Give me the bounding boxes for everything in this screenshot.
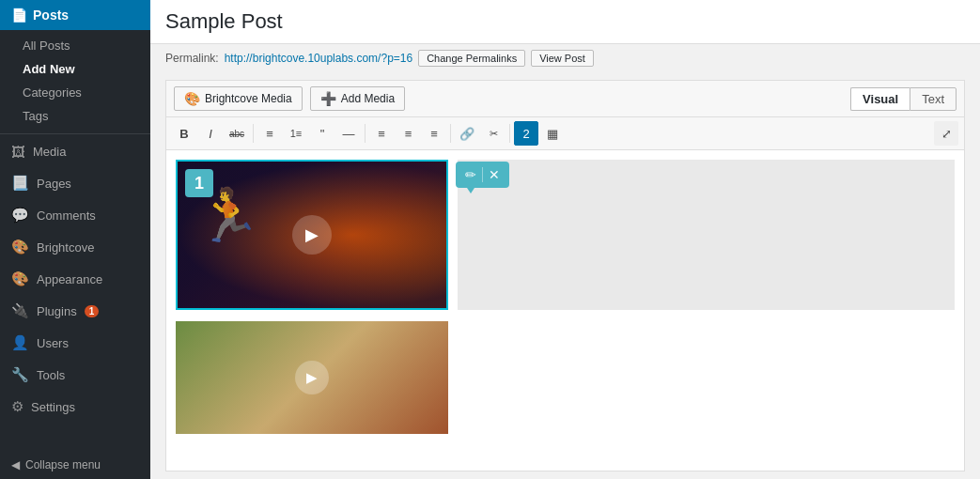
tab-visual[interactable]: Visual	[850, 87, 910, 111]
link-button[interactable]: 🔗	[455, 121, 479, 146]
toolbar-divider-1	[253, 124, 254, 143]
sidebar-item-tools[interactable]: 🔧 Tools	[0, 359, 150, 391]
sidebar-item-comments[interactable]: 💬 Comments	[0, 199, 150, 231]
sidebar-item-users[interactable]: 👤 Users	[0, 327, 150, 359]
expand-icon: ⤢	[941, 127, 952, 141]
numbered-list-icon: 1≡	[290, 128, 303, 139]
tab-text[interactable]: Text	[910, 87, 957, 111]
toolbar-badge-2-label: 2	[522, 127, 529, 141]
sidebar-item-settings[interactable]: ⚙ Settings	[0, 391, 150, 423]
horizontal-rule-button[interactable]: —	[336, 121, 361, 146]
users-icon: 👤	[11, 334, 29, 351]
strikethrough-icon: abc	[229, 129, 244, 139]
video-block-row-2: ▶	[176, 321, 955, 434]
blockquote-icon: "	[320, 127, 325, 141]
editor-top-bar: 🎨 Brightcove Media ➕ Add Media Visual Te…	[166, 81, 964, 117]
editor-view-tabs: Visual Text	[850, 87, 957, 111]
editor-wrapper: 🎨 Brightcove Media ➕ Add Media Visual Te…	[165, 80, 965, 471]
sidebar-item-brightcove[interactable]: 🎨 Brightcove	[0, 231, 150, 263]
post-title-bar: Sample Post	[150, 0, 980, 44]
permalink-bar: Permalink: http://brightcove.10uplabs.co…	[150, 44, 980, 72]
editor-top-left: 🎨 Brightcove Media ➕ Add Media	[174, 86, 405, 111]
sidebar-label-brightcove: Brightcove	[37, 240, 94, 255]
permalink-url[interactable]: http://brightcove.10uplabs.com/?p=16	[225, 52, 412, 65]
align-right-icon: ≡	[430, 127, 438, 141]
unlink-icon: ✂	[490, 128, 498, 140]
sidebar-label-media: Media	[33, 145, 66, 159]
sidebar-item-tags[interactable]: Tags	[0, 104, 150, 128]
pages-icon: 📃	[11, 175, 29, 192]
expand-button[interactable]: ⤢	[934, 121, 958, 146]
sidebar: 📄 Posts All Posts Add New Categories Tag…	[0, 0, 150, 479]
italic-button[interactable]: I	[198, 121, 223, 146]
post-title[interactable]: Sample Post	[165, 9, 965, 34]
link-icon: 🔗	[459, 127, 474, 141]
sidebar-posts-header[interactable]: 📄 Posts	[0, 0, 150, 30]
view-post-button[interactable]: View Post	[531, 50, 594, 67]
format-toolbar: B I abc ≡ 1≡ " — ≡ ≡ ≡ 🔗 ✂ 2 ▦ ⤢	[166, 117, 964, 150]
sidebar-label-pages: Pages	[37, 177, 71, 191]
strikethrough-button[interactable]: abc	[225, 121, 249, 146]
brightcove-icon: 🎨	[11, 239, 29, 255]
play-button-1[interactable]: ▶	[292, 215, 332, 255]
toolbar-badge-2-button[interactable]: 2	[514, 121, 538, 146]
collapse-icon: ◀	[11, 458, 20, 471]
main-content: Sample Post Permalink: http://brightcove…	[150, 0, 980, 479]
brightcove-media-label: Brightcove Media	[205, 92, 292, 105]
sidebar-item-add-new[interactable]: Add New	[0, 57, 150, 81]
sidebar-sub-items: All Posts Add New Categories Tags	[0, 30, 150, 131]
video-block-row-1: 🏃 ▶ 1 ✏ ✕	[176, 160, 955, 310]
posts-icon: 📄	[11, 8, 27, 23]
numbered-list-button[interactable]: 1≡	[284, 121, 308, 146]
collapse-menu-button[interactable]: ◀ Collapse menu	[0, 451, 150, 479]
tooltip-divider	[482, 167, 483, 182]
add-media-button[interactable]: ➕ Add Media	[310, 86, 405, 111]
unlink-button[interactable]: ✂	[481, 121, 506, 146]
tools-icon: 🔧	[11, 366, 29, 383]
align-right-button[interactable]: ≡	[422, 121, 446, 146]
align-center-icon: ≡	[405, 127, 412, 141]
settings-icon: ⚙	[11, 398, 23, 415]
sidebar-label-settings: Settings	[31, 400, 75, 414]
sidebar-item-media[interactable]: 🖼 Media	[0, 136, 150, 167]
add-media-icon: ➕	[320, 91, 336, 106]
hr-icon: —	[343, 127, 355, 141]
video-placeholder	[458, 160, 955, 310]
content-inner: 🏃 ▶ 1 ✏ ✕	[176, 160, 955, 434]
align-left-button[interactable]: ≡	[369, 121, 394, 146]
toolbar-divider-4	[509, 124, 510, 143]
media-icon: 🖼	[11, 144, 25, 160]
change-permalinks-button[interactable]: Change Permalinks	[418, 50, 525, 67]
bullet-list-button[interactable]: ≡	[257, 121, 282, 146]
play-button-2[interactable]: ▶	[295, 361, 329, 394]
popup-edit-button[interactable]: ✏	[463, 165, 478, 184]
sidebar-item-all-posts[interactable]: All Posts	[0, 34, 150, 57]
bold-button[interactable]: B	[172, 121, 196, 146]
popup-close-button[interactable]: ✕	[487, 165, 502, 184]
sidebar-label-appearance: Appearance	[37, 272, 102, 286]
plugins-badge: 1	[85, 305, 100, 317]
sidebar-label-users: Users	[37, 336, 69, 350]
popup-tooltip: ✏ ✕	[456, 162, 509, 188]
video-figure: 🏃	[196, 185, 261, 246]
editor-content[interactable]: 🏃 ▶ 1 ✏ ✕	[166, 150, 964, 471]
sidebar-item-appearance[interactable]: 🎨 Appearance	[0, 263, 150, 295]
blockquote-button[interactable]: "	[310, 121, 334, 146]
video-thumbnail-2[interactable]: ▶	[176, 321, 448, 434]
sidebar-item-plugins[interactable]: 🔌 Plugins 1	[0, 295, 150, 327]
brightcove-media-icon: 🎨	[184, 91, 200, 106]
bold-icon: B	[179, 127, 188, 141]
video-thumbnail-1[interactable]: 🏃 ▶ 1	[176, 160, 448, 310]
sidebar-label-comments: Comments	[37, 209, 96, 223]
table-button[interactable]: ▦	[540, 121, 565, 146]
table-icon: ▦	[547, 127, 558, 141]
sidebar-item-categories[interactable]: Categories	[0, 81, 150, 104]
sidebar-label-tools: Tools	[37, 368, 65, 382]
brightcove-media-button[interactable]: 🎨 Brightcove Media	[174, 86, 303, 111]
appearance-icon: 🎨	[11, 270, 29, 287]
permalink-label: Permalink:	[165, 52, 219, 65]
sidebar-item-pages[interactable]: 📃 Pages	[0, 167, 150, 199]
align-center-button[interactable]: ≡	[396, 121, 420, 146]
toolbar-divider-2	[365, 124, 366, 143]
comments-icon: 💬	[11, 207, 29, 224]
